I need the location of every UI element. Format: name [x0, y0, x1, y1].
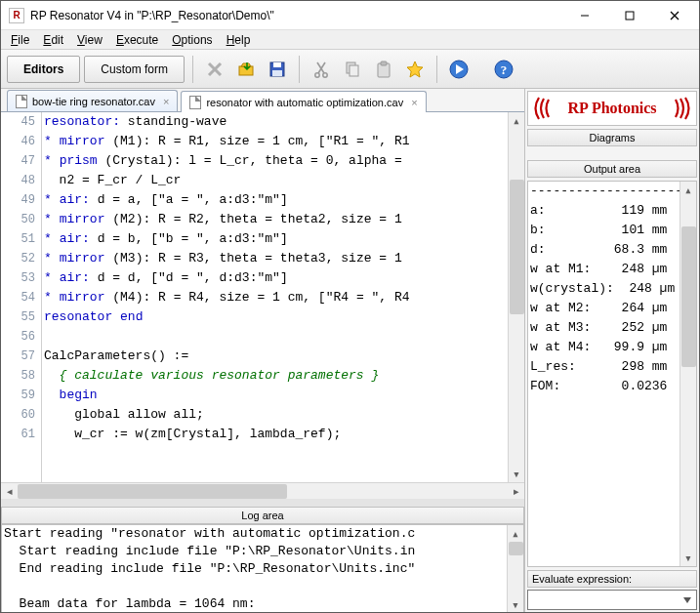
scroll-down-icon[interactable]: ▾ — [510, 466, 524, 482]
file-icon — [16, 95, 27, 108]
chevron-down-icon[interactable] — [679, 593, 694, 607]
scroll-thumb[interactable] — [510, 180, 524, 314]
cut-icon[interactable] — [308, 56, 335, 83]
svg-rect-18 — [381, 61, 387, 65]
paste-icon[interactable] — [370, 56, 397, 83]
code-editor[interactable]: 4546474849505152535455565758596061 reson… — [1, 112, 524, 482]
toolbar: Editors Custom form ? — [1, 50, 699, 89]
scroll-thumb[interactable] — [509, 542, 523, 555]
evaluate-label: Evaluate expression: — [527, 570, 697, 588]
help-icon[interactable]: ? — [490, 56, 517, 83]
log-area: Log area Start reading "resonator with a… — [1, 503, 524, 612]
menu-help[interactable]: Help — [221, 31, 257, 49]
svg-line-11 — [317, 62, 324, 73]
toolbar-separator — [436, 56, 437, 83]
scroll-thumb[interactable] — [18, 484, 287, 499]
scroll-up-icon[interactable]: ▴ — [509, 525, 523, 542]
svg-rect-1 — [626, 12, 634, 20]
app-icon-letter: R — [13, 10, 20, 20]
svg-point-14 — [323, 72, 327, 76]
svg-rect-9 — [273, 62, 281, 67]
scroll-up-icon[interactable]: ▴ — [681, 182, 696, 198]
output-area: ----------------------- a: 119 mm b: 101… — [527, 181, 697, 567]
scroll-up-icon[interactable]: ▴ — [510, 112, 524, 129]
maximize-button[interactable] — [607, 2, 652, 29]
output-text[interactable]: ----------------------- a: 119 mm b: 101… — [528, 182, 679, 566]
vertical-scrollbar[interactable]: ▴ ▾ — [508, 112, 524, 482]
vertical-scrollbar[interactable]: ▴ ▾ — [679, 182, 696, 566]
scroll-down-icon[interactable]: ▾ — [681, 550, 696, 566]
window-title: RP Resonator V4 in "P:\RP_Resonator\Demo… — [30, 9, 562, 22]
scroll-down-icon[interactable]: ▾ — [509, 596, 523, 612]
menu-execute[interactable]: Execute — [110, 31, 164, 49]
toolbar-separator — [192, 56, 193, 83]
file-icon — [189, 96, 201, 109]
tab-label: resonator with automatic optimization.ca… — [206, 97, 403, 108]
tab-bowtie[interactable]: bow-tie ring resonator.cav × — [7, 90, 178, 111]
svg-line-12 — [318, 62, 325, 73]
delete-icon[interactable] — [201, 56, 228, 83]
minimize-button[interactable] — [562, 2, 607, 29]
svg-text:RP Photonics: RP Photonics — [567, 100, 656, 116]
right-pane: RP Photonics Diagrams Output area ------… — [525, 89, 699, 612]
scroll-left-icon[interactable]: ◂ — [1, 484, 18, 499]
editors-button[interactable]: Editors — [7, 56, 80, 83]
tab-resonator-opt[interactable]: resonator with automatic optimization.ca… — [181, 91, 426, 112]
svg-marker-25 — [683, 597, 691, 603]
run-icon[interactable] — [445, 56, 473, 83]
output-header: Output area — [527, 160, 697, 178]
svg-point-13 — [315, 72, 319, 76]
scroll-thumb[interactable] — [681, 226, 696, 367]
copy-icon[interactable] — [339, 56, 366, 83]
open-icon[interactable] — [232, 56, 260, 83]
line-gutter: 4546474849505152535455565758596061 — [1, 112, 42, 482]
close-icon[interactable]: × — [411, 97, 417, 108]
evaluate-input[interactable] — [527, 590, 697, 610]
log-text[interactable]: Start reading "resonator with automatic … — [2, 525, 507, 612]
diagrams-button[interactable]: Diagrams — [527, 129, 697, 146]
close-icon[interactable]: × — [163, 96, 169, 107]
menu-edit[interactable]: Edit — [37, 31, 69, 49]
star-icon[interactable] — [401, 56, 429, 83]
app-icon: R — [9, 8, 24, 23]
svg-marker-19 — [407, 61, 423, 77]
titlebar: R RP Resonator V4 in "P:\RP_Resonator\De… — [1, 1, 699, 30]
toolbar-separator — [299, 56, 300, 83]
scroll-right-icon[interactable]: ▸ — [508, 484, 524, 499]
left-pane: bow-tie ring resonator.cav × resonator w… — [1, 89, 525, 612]
horizontal-scrollbar[interactable]: ◂ ▸ — [1, 482, 524, 499]
close-button[interactable] — [652, 2, 697, 29]
tabstrip: bow-tie ring resonator.cav × resonator w… — [1, 89, 524, 112]
app-window: R RP Resonator V4 in "P:\RP_Resonator\De… — [0, 0, 700, 613]
menu-view[interactable]: View — [71, 31, 108, 49]
save-icon[interactable] — [264, 56, 291, 83]
log-header: Log area — [1, 507, 524, 524]
content: bow-tie ring resonator.cav × resonator w… — [1, 89, 699, 612]
custom-form-button[interactable]: Custom form — [84, 56, 185, 83]
logo: RP Photonics — [527, 91, 697, 126]
svg-rect-16 — [350, 65, 358, 76]
menu-options[interactable]: Options — [166, 31, 218, 49]
vertical-scrollbar[interactable]: ▴ ▾ — [507, 525, 523, 612]
editors-label: Editors — [23, 62, 63, 76]
menu-file[interactable]: File — [5, 31, 35, 49]
svg-text:?: ? — [501, 62, 508, 77]
menubar: File Edit View Execute Options Help — [1, 30, 699, 50]
code-body[interactable]: resonator: standing-wave * mirror (M1): … — [42, 112, 508, 482]
tab-label: bow-tie ring resonator.cav — [32, 96, 155, 107]
svg-rect-10 — [272, 70, 282, 76]
